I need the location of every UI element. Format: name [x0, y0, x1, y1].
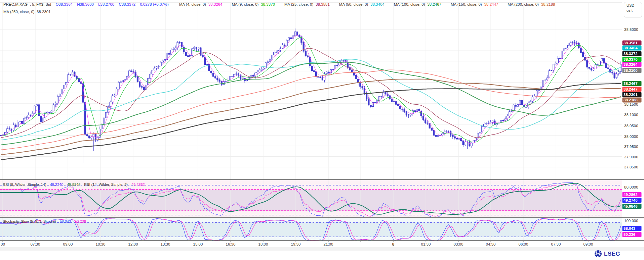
stoch-k-value: 58.043 — [59, 219, 71, 223]
time-axis-label: 07:30 — [31, 242, 40, 246]
stoch-legend: Stochastic Slow (5, 3, 3, Simple) 58.043… — [3, 219, 89, 223]
lseg-logo-text: LSEG — [604, 251, 620, 257]
time-axis-label: 01:30 — [421, 242, 431, 246]
ma-legend-value: 38.2188 — [541, 2, 555, 6]
low-value: L38.2700 — [98, 2, 114, 6]
time-axis-label: 03:00 — [454, 242, 464, 246]
ma-legend-value: 38.3581 — [316, 2, 330, 6]
ma-legend-item-undefined[interactable]: MA (25, close, 0)38.3581 — [284, 2, 330, 6]
chart-legend-row2: MA (250, close, 0) 38.2301 — [3, 10, 51, 14]
axis-tick-label: 37.9000 — [624, 155, 638, 159]
axis-tick-label: 38.1500 — [624, 102, 638, 106]
ma-lines — [1, 35, 621, 160]
ma-legend-value: 38.2467 — [427, 2, 441, 6]
time-axis-label: 06:00 — [519, 242, 528, 246]
chart-canvas[interactable]: 0007:3009:0010:3012:0013:3015:0016:3018:… — [0, 0, 644, 260]
bottom-strip — [0, 247, 644, 251]
close-value: C38.3372 — [119, 2, 135, 6]
axis-price-badge-text: 38.3372 — [623, 52, 638, 56]
stoch-label[interactable]: Stochastic Slow (5, 3, 3, Simple) — [3, 219, 56, 223]
axis-price-badge-text: 58.043 — [623, 226, 635, 230]
ma-line-200 — [1, 79, 621, 155]
ma-legend-value: 38.2447 — [484, 2, 498, 6]
ma-legend-label: MA (50, close, 0) — [339, 2, 368, 6]
instrument-label[interactable]: PREC.M.XAG=, 5, FX$, Bid — [3, 2, 51, 6]
ma-legend-label: MA (9, close, 0) — [232, 2, 258, 6]
ma-line-50 — [1, 59, 621, 140]
time-axis-label: 00 — [1, 242, 5, 246]
rsi9-label[interactable]: RSI (9, Wilder, Simple, 14) — [3, 183, 46, 187]
ma-legend-value: 38.3370 — [261, 2, 275, 6]
ma-legend-value: 38.3404 — [370, 2, 385, 6]
time-axis-label: 04:30 — [486, 242, 496, 246]
time-axis-label: 09:00 — [63, 242, 73, 246]
axis-price-badge-text: 49.2740 — [623, 198, 638, 202]
time-axis-label: 21:00 — [324, 242, 333, 246]
axis-tick-label: 38.0500 — [624, 124, 638, 128]
lseg-globe-icon — [594, 250, 602, 258]
axis-tick-label: 38.5000 — [624, 28, 638, 32]
unit-label: oz t — [624, 7, 642, 12]
rsi14-value: 49.2862 — [131, 183, 145, 187]
axis-tick-label: 37.9500 — [624, 145, 638, 149]
axis-tick-label: 37.8500 — [624, 165, 638, 169]
axis-price-badge-text: 38.3370 — [623, 57, 638, 61]
price-axis[interactable]: 38.500038.150038.100038.050038.000037.95… — [622, 28, 642, 237]
axis-price-badge-text: 38.3264 — [623, 62, 638, 66]
axis-tick-label: 80.0000 — [624, 185, 638, 189]
chart-window: 0007:3009:0010:3012:0013:3015:0016:3018:… — [0, 0, 644, 260]
rsi-legend: RSI (9, Wilder, Simple, 14) 49.2740 45.9… — [3, 183, 148, 187]
ma250-value: 38.2301 — [37, 10, 51, 14]
ma-legend-value: 38.3264 — [208, 2, 223, 6]
axis-price-badge-text: 38.2447 — [623, 87, 638, 91]
axis-tick-label: 38.1000 — [624, 113, 638, 117]
time-axis-label: 13:30 — [161, 242, 170, 246]
time-axis[interactable]: 0007:3009:0010:3012:0013:3015:0016:3018:… — [1, 242, 593, 246]
ma-legend: MA (4, close, 0)38.3264MA (9, close, 0)3… — [173, 2, 558, 6]
ma-legend-item-undefined[interactable]: MA (150, close, 0)38.2447 — [451, 2, 498, 6]
axis-price-badge-text: 38.3100 — [623, 68, 638, 72]
pane-backgrounds — [0, 180, 622, 241]
rsi9-value: 49.2740 — [50, 183, 64, 187]
time-axis-label: 10:30 — [96, 242, 106, 246]
time-axis-label: 12:00 — [128, 242, 138, 246]
ma-legend-label: MA (100, close, 0) — [394, 2, 425, 6]
ma-legend-item-undefined[interactable]: MA (9, close, 0)38.3370 — [232, 2, 275, 6]
lseg-logo: LSEG — [594, 250, 620, 258]
high-value: H38.3600 — [77, 2, 94, 6]
rsi14-label[interactable]: RSI (14, Wilder, Simple, 9) — [84, 183, 128, 187]
time-axis-label: 15:00 — [193, 242, 203, 246]
currency-label: USD — [624, 2, 642, 7]
time-axis-label: 07:30 — [551, 242, 561, 246]
open-value: O38.3364 — [55, 2, 73, 6]
time-axis-label: 16:30 — [226, 242, 236, 246]
axis-price-badge-text: 45.9846 — [623, 204, 638, 208]
time-axis-label: 18:00 — [258, 242, 268, 246]
change-value: 0.0278 (+0.07%) — [140, 2, 168, 6]
ma-legend-item-undefined[interactable]: MA (200, close, 0)38.2188 — [508, 2, 555, 6]
axis-unit-box[interactable]: USD oz t — [624, 2, 642, 17]
time-axis-label: 19:30 — [291, 242, 301, 246]
stoch-d-value: 50.236 — [75, 219, 86, 223]
axis-tick-label: 38.0000 — [624, 135, 638, 139]
time-axis-label: 09:00 — [583, 242, 593, 246]
axis-price-badge-text: 38.2188 — [623, 98, 638, 102]
axis-price-badge-text: 38.2467 — [623, 82, 638, 86]
chart-legend-row1: PREC.M.XAG=, 5, FX$, Bid O38.3364 H38.36… — [3, 2, 562, 6]
rsi9-signal-value: 45.9846 — [67, 183, 80, 187]
time-axis-label: 8 — [392, 242, 395, 246]
ma-legend-label: MA (150, close, 0) — [451, 2, 482, 6]
axis-price-badge-text: 49.2862 — [623, 193, 638, 197]
ma-line-150 — [1, 70, 621, 150]
axis-price-badge-text: 50.236 — [623, 232, 635, 237]
ma-legend-item-undefined[interactable]: MA (4, close, 0)38.3264 — [179, 2, 222, 6]
ma-line-250 — [1, 84, 621, 160]
axis-price-badge-text: 38.2301 — [623, 93, 638, 97]
axis-tick-label: 100.000 — [624, 219, 638, 223]
ma-legend-label: MA (4, close, 0) — [179, 2, 206, 6]
axis-price-badge-text: 38.3404 — [623, 46, 638, 50]
ma-legend-item-undefined[interactable]: MA (100, close, 0)38.2467 — [394, 2, 441, 6]
axis-price-badge-text: 38.3581 — [623, 41, 638, 45]
ma-legend-item-undefined[interactable]: MA (50, close, 0)38.3404 — [339, 2, 385, 6]
ma250-label[interactable]: MA (250, close, 0) — [3, 10, 35, 14]
